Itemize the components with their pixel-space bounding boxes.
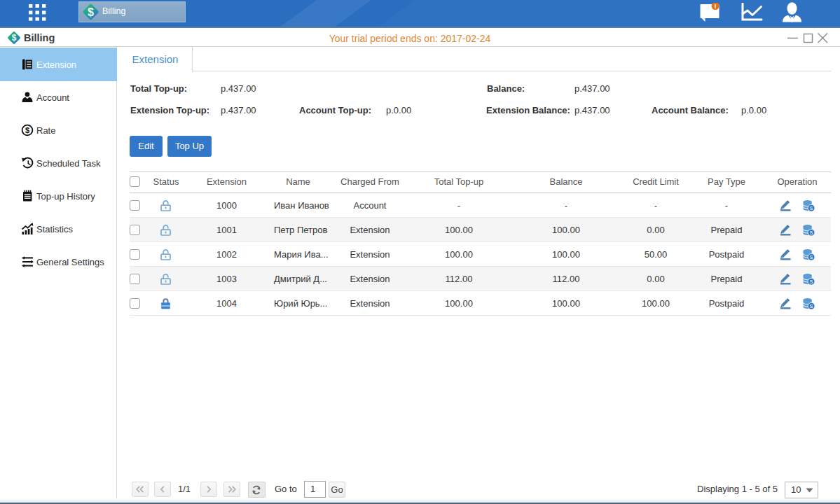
svg-text:$: $ [88, 6, 94, 18]
svg-text:!: ! [715, 3, 717, 10]
svg-text:$: $ [12, 33, 17, 43]
svg-text:$: $ [25, 126, 29, 134]
